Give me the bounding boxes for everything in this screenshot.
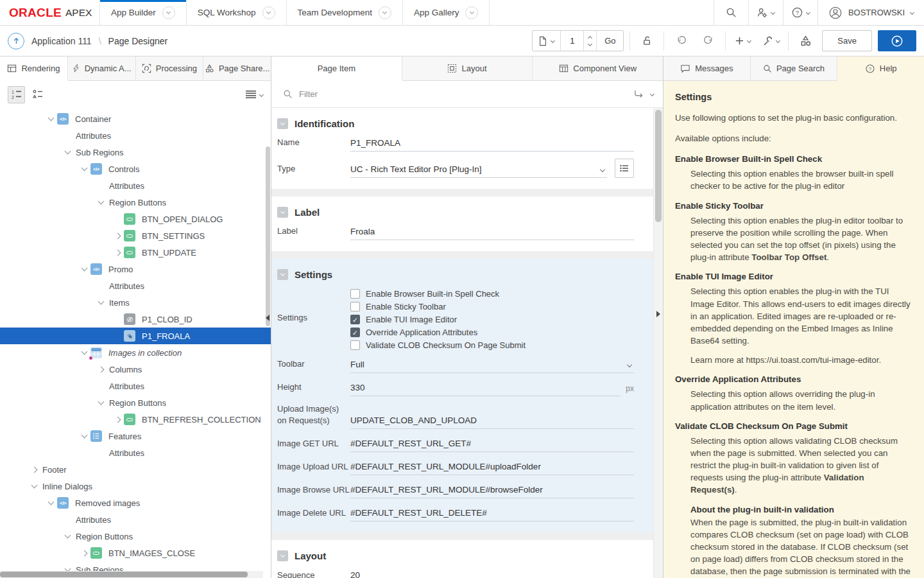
- tree-item-promo[interactable]: </>Promo: [0, 261, 271, 277]
- tree-item-container[interactable]: </>Container: [0, 110, 271, 127]
- tree-expand-icon[interactable]: [28, 478, 40, 495]
- tree-expand-icon[interactable]: [78, 545, 90, 561]
- checkbox-checked-icon[interactable]: ✓: [350, 328, 360, 337]
- tab-help[interactable]: ? Help: [837, 57, 924, 80]
- search-button[interactable]: [714, 0, 748, 25]
- tab-processing[interactable]: Processing: [136, 57, 204, 80]
- checkbox-unchecked-icon[interactable]: [350, 302, 360, 311]
- utilities-button[interactable]: [759, 30, 782, 51]
- tree-item-attributes[interactable]: Attributes: [0, 127, 271, 144]
- ordered-view-button[interactable]: 12: [8, 86, 25, 103]
- tree-item-region-buttons[interactable]: Region Buttons: [0, 194, 271, 211]
- chevron-down-icon[interactable]: [162, 6, 175, 19]
- tree-expand-icon[interactable]: [44, 110, 57, 127]
- text-field[interactable]: 330: [350, 380, 620, 396]
- checkbox-override-application-attributes[interactable]: ✓Override Application Attributes: [350, 328, 526, 337]
- text-field[interactable]: Froala: [350, 224, 634, 240]
- collapse-section-icon[interactable]: [277, 269, 288, 280]
- tab-app-builder[interactable]: App Builder: [99, 0, 187, 25]
- collapse-left-panel-icon[interactable]: [266, 315, 270, 321]
- checkbox-validate-clob-checksum-on-page-submit[interactable]: Validate CLOB Checksum On Page Submit: [350, 340, 526, 350]
- filter-input[interactable]: [299, 89, 627, 99]
- account-menu-button[interactable]: BOSTROWSKI: [817, 0, 924, 25]
- tab-messages[interactable]: Messages: [663, 57, 751, 80]
- tab-app-gallery[interactable]: App Gallery: [403, 0, 490, 25]
- tree-item-p1-froala[interactable]: P1_FROALA: [0, 328, 271, 344]
- text-field[interactable]: UPDATE_CLOB_AND_UPLOAD: [350, 413, 634, 429]
- tree-item-btn-images-close[interactable]: BTN_IMAGES_CLOSE: [0, 545, 271, 561]
- tree-item-btn-open-dialog[interactable]: BTN_OPEN_DIALOG: [0, 211, 271, 227]
- text-field[interactable]: #DEFAULT_REST_URL_GET#: [350, 436, 634, 452]
- chevron-down-icon[interactable]: [262, 6, 275, 19]
- collapse-section-icon[interactable]: [277, 207, 288, 218]
- text-field[interactable]: 20: [350, 568, 634, 578]
- chevron-down-icon[interactable]: [627, 362, 632, 367]
- select-field[interactable]: Full: [350, 357, 634, 373]
- tree-expand-icon[interactable]: [111, 411, 124, 428]
- goto-group-icon[interactable]: [633, 90, 644, 98]
- redo-button[interactable]: [697, 30, 719, 51]
- tab-team-development[interactable]: Team Development: [287, 0, 403, 25]
- tree-item-attributes[interactable]: Attributes: [0, 177, 271, 194]
- checkbox-checked-icon[interactable]: ✓: [350, 315, 360, 324]
- tree-item-attributes[interactable]: Attributes: [0, 277, 271, 294]
- tree-expand-icon[interactable]: [78, 428, 90, 444]
- tree-expand-icon[interactable]: [111, 227, 124, 244]
- tree-expand-icon[interactable]: [78, 161, 90, 177]
- page-number-stepper[interactable]: [583, 31, 596, 51]
- text-field[interactable]: #DEFAULT_REST_URL_MODULE#browseFolder: [350, 482, 634, 498]
- tree-expand-icon[interactable]: [61, 144, 74, 161]
- tree-expand-icon[interactable]: [44, 495, 57, 511]
- tree-item-attributes[interactable]: Attributes: [0, 444, 271, 461]
- tree-item-images-in-collection[interactable]: Images in collection: [0, 344, 271, 361]
- page-number-input[interactable]: [560, 31, 583, 51]
- text-field[interactable]: P1_FROALA: [350, 136, 634, 152]
- spinner-down-icon[interactable]: [588, 41, 592, 46]
- tree-expand-icon[interactable]: [94, 294, 107, 311]
- spinner-up-icon[interactable]: [588, 35, 592, 40]
- help-menu-button[interactable]: ?: [783, 0, 817, 25]
- tree-item-btn-refresh-collection[interactable]: BTN_REFRESH_COLLECTION: [0, 411, 271, 428]
- breadcrumb-application[interactable]: Application 111: [31, 36, 92, 46]
- collapse-section-icon[interactable]: [277, 118, 288, 129]
- grouped-view-button[interactable]: [29, 86, 46, 103]
- tree-expand-icon[interactable]: [61, 528, 74, 545]
- text-field[interactable]: #DEFAULT_REST_URL_MODULE#uploadFolder: [350, 459, 634, 475]
- collapse-section-icon[interactable]: [277, 550, 288, 561]
- tab-page-shared-components[interactable]: Page Share...: [203, 57, 271, 80]
- checkbox-enable-tui-image-editor[interactable]: ✓Enable TUI Image Editor: [350, 315, 526, 324]
- save-button[interactable]: Save: [822, 30, 872, 51]
- up-arrow-icon[interactable]: [8, 33, 24, 49]
- tree-item-items[interactable]: Items: [0, 294, 271, 311]
- tab-rendering[interactable]: Rendering: [0, 57, 68, 80]
- tree-expand-icon[interactable]: [111, 244, 124, 261]
- chevron-down-icon[interactable]: [379, 6, 391, 19]
- tree-item-inline-dialogs[interactable]: Inline Dialogs: [0, 478, 271, 495]
- tab-page-item[interactable]: Page Item: [271, 57, 402, 80]
- tree-item-attributes[interactable]: Attributes: [0, 511, 271, 528]
- tree-item-btn-settings[interactable]: BTN_SETTINGS: [0, 227, 271, 244]
- tree-expand-icon[interactable]: [94, 361, 107, 378]
- select-field[interactable]: UC - Rich Text Editor Pro [Plug-In]: [350, 162, 607, 178]
- lock-button[interactable]: [636, 30, 658, 51]
- checkbox-unchecked-icon[interactable]: [350, 340, 360, 350]
- tree-expand-icon[interactable]: [78, 261, 90, 277]
- checkbox-enable-browser-built-in-spell-check[interactable]: Enable Browser Built-in Spell Check: [350, 289, 526, 299]
- tree-item-attributes[interactable]: Attributes: [0, 378, 271, 394]
- tree-item-removed-images[interactable]: </>Removed images: [0, 495, 271, 511]
- chevron-down-icon[interactable]: [650, 92, 654, 96]
- tree-vertical-scrollbar[interactable]: [266, 146, 270, 326]
- chevron-down-icon[interactable]: [600, 167, 605, 172]
- list-of-values-button[interactable]: [615, 159, 634, 178]
- tab-dynamic-actions[interactable]: Dynamic A...: [68, 57, 136, 80]
- tab-component-view[interactable]: Component View: [533, 57, 663, 80]
- page-picker-button[interactable]: [533, 31, 560, 51]
- tree-horizontal-scrollbar[interactable]: [0, 571, 263, 578]
- tab-page-search[interactable]: Page Search: [751, 57, 838, 80]
- checkbox-unchecked-icon[interactable]: [350, 289, 360, 299]
- tree-expand-icon[interactable]: [94, 194, 107, 211]
- chevron-down-icon[interactable]: [465, 6, 478, 19]
- shared-components-button[interactable]: [794, 30, 816, 51]
- text-field[interactable]: #DEFAULT_REST_URL_DELETE#: [350, 505, 634, 521]
- tree-item-sub-regions[interactable]: Sub Regions: [0, 144, 271, 161]
